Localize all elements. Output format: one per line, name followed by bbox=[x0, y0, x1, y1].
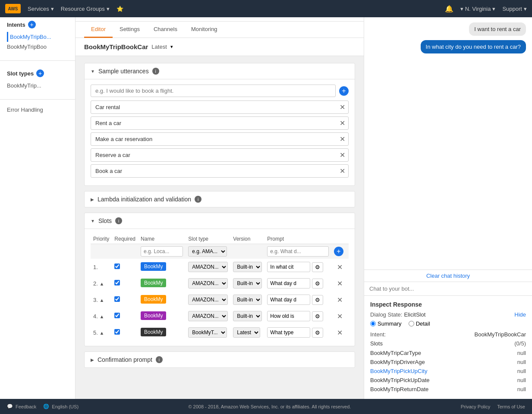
remove-utterance-1-button[interactable]: ✕ bbox=[336, 101, 348, 113]
favorites-nav[interactable]: ⭐ bbox=[116, 6, 123, 12]
terms-link[interactable]: Terms of Use bbox=[497, 404, 525, 409]
lambda-info-icon[interactable]: i bbox=[195, 196, 201, 203]
slot-version-select-1[interactable]: Built-in bbox=[233, 262, 262, 272]
clear-chat-link[interactable]: Clear chat history bbox=[426, 273, 470, 279]
slot-type-select-5[interactable]: BookMyT... bbox=[188, 327, 227, 338]
resource-groups-nav[interactable]: Resource Groups ▾ bbox=[61, 6, 110, 12]
tab-channels[interactable]: Channels bbox=[147, 22, 184, 38]
footer-copyright: © 2008 - 2018, Amazon Web Services, Inc.… bbox=[188, 404, 351, 409]
tab-settings[interactable]: Settings bbox=[113, 22, 147, 38]
slot-version-select-5[interactable]: Latest bbox=[233, 327, 260, 338]
slot-prompt-1-input[interactable] bbox=[267, 262, 310, 272]
slots-section: ▼ Slots i Priority Required Name Slot bbox=[84, 213, 355, 346]
language-link[interactable]: English (US) bbox=[52, 404, 79, 409]
sidebar-item-slot-1[interactable]: BookMyTrip... bbox=[7, 81, 68, 91]
slots-header-row: Priority Required Name Slot type Version… bbox=[91, 234, 349, 244]
slot-prompt-input[interactable] bbox=[267, 246, 329, 257]
confirmation-section-header[interactable]: ▶ Confirmation prompt i bbox=[85, 352, 355, 367]
tab-editor[interactable]: Editor bbox=[84, 22, 113, 38]
utterance-item-1: Car rental ✕ bbox=[91, 100, 349, 114]
slot-up-3[interactable]: ▲ bbox=[99, 298, 104, 303]
slot-inspect-row-2: BookMyTripDriverAge null bbox=[370, 358, 526, 367]
slot-remove-2-button[interactable]: ✕ bbox=[334, 277, 346, 289]
slot-pickup-city-link[interactable]: BookMyTripPickUpCity bbox=[370, 368, 427, 374]
slot-name-input[interactable] bbox=[141, 246, 183, 257]
chat-input[interactable] bbox=[369, 285, 527, 292]
slots-info-icon[interactable]: i bbox=[115, 217, 122, 224]
add-slot-button[interactable]: + bbox=[334, 247, 343, 256]
add-utterance-button[interactable]: + bbox=[339, 86, 349, 96]
slot-prompt-5-input[interactable] bbox=[267, 327, 310, 338]
slot-prompt-2-input[interactable] bbox=[267, 278, 310, 289]
slot-type-select-1[interactable]: AMAZON... bbox=[188, 262, 228, 272]
slot-type-select[interactable]: e.g. AMA... bbox=[188, 246, 227, 257]
inner-layout: ◀ BookMyTrip Latest ▾ Intents + BookMyTr… bbox=[0, 0, 532, 399]
slot-gear-3-button[interactable]: ⚙ bbox=[312, 295, 323, 305]
slots-section-header[interactable]: ▼ Slots i bbox=[85, 213, 355, 229]
hide-link[interactable]: Hide bbox=[514, 311, 526, 318]
utterances-section-header[interactable]: ▼ Sample utterances i bbox=[85, 63, 355, 79]
confirmation-info-icon[interactable]: i bbox=[156, 356, 163, 363]
slot-remove-4-button[interactable]: ✕ bbox=[334, 310, 346, 322]
sidebar-item-intent-1[interactable]: BookMyTripBo... bbox=[7, 32, 68, 42]
slot-required-4-checkbox[interactable] bbox=[114, 313, 120, 318]
slot-prompt-4-input[interactable] bbox=[267, 311, 310, 321]
slot-prompt-3-input[interactable] bbox=[267, 295, 310, 305]
summary-radio-label[interactable]: Summary bbox=[370, 320, 402, 327]
intent-value: BookMyTripBookCar bbox=[475, 331, 526, 338]
lambda-section-header[interactable]: ▶ Lambda initialization and validation i bbox=[85, 191, 355, 207]
summary-radio[interactable] bbox=[370, 321, 376, 326]
slot-name-badge-2[interactable]: BookMy bbox=[141, 279, 166, 287]
slot-remove-5-button[interactable]: ✕ bbox=[334, 326, 346, 339]
slot-up-5[interactable]: ▲ bbox=[99, 330, 104, 336]
slot-gear-4-button[interactable]: ⚙ bbox=[312, 311, 323, 321]
detail-radio[interactable] bbox=[409, 321, 414, 326]
utterances-info-icon[interactable]: i bbox=[152, 68, 159, 75]
tab-monitoring[interactable]: Monitoring bbox=[184, 22, 224, 38]
slot-gear-1-button[interactable]: ⚙ bbox=[312, 262, 323, 272]
add-slot-type-button[interactable]: + bbox=[36, 69, 44, 77]
slot-required-3-checkbox[interactable] bbox=[114, 296, 120, 302]
slot-required-1-checkbox[interactable] bbox=[114, 263, 120, 269]
slot-gear-5-button[interactable]: ⚙ bbox=[312, 328, 323, 338]
remove-utterance-3-button[interactable]: ✕ bbox=[336, 133, 348, 145]
slot-remove-1-button[interactable]: ✕ bbox=[334, 261, 346, 273]
slot-type-select-4[interactable]: AMAZON... bbox=[188, 311, 228, 321]
utterance-input[interactable] bbox=[91, 85, 336, 97]
bell-icon[interactable]: 🔔 bbox=[445, 5, 453, 13]
slot-name-badge-5[interactable]: BookMy bbox=[141, 328, 166, 336]
utterance-item-2: Rent a car ✕ bbox=[91, 116, 349, 130]
region-nav[interactable]: ▾ N. Virginia ▾ bbox=[460, 6, 496, 12]
feedback-icon: 💬 bbox=[7, 404, 13, 409]
slot-version-select-4[interactable]: Built-in bbox=[233, 311, 262, 321]
detail-radio-label[interactable]: Detail bbox=[409, 320, 430, 327]
slot-name-badge-1[interactable]: BookMy bbox=[141, 262, 166, 271]
slot-name-badge-3[interactable]: BookMy bbox=[141, 295, 166, 304]
slot-required-2-checkbox[interactable] bbox=[114, 280, 120, 285]
error-handling-item[interactable]: Error Handling bbox=[0, 103, 75, 116]
slot-row-2: 2. ▲ BookMy bbox=[91, 275, 349, 292]
slot-version-select-3[interactable]: Built-in bbox=[233, 295, 262, 305]
remove-utterance-4-button[interactable]: ✕ bbox=[336, 149, 348, 161]
slot-required-5-checkbox[interactable] bbox=[114, 329, 120, 335]
slot-type-select-3[interactable]: AMAZON... bbox=[188, 295, 228, 305]
slots-inspect-label: Slots bbox=[370, 340, 383, 347]
intents-header: Intents + bbox=[7, 21, 68, 28]
intent-version-chevron[interactable]: ▾ bbox=[170, 44, 173, 50]
slot-version-select-2[interactable]: Built-in bbox=[233, 278, 262, 289]
support-nav[interactable]: Support ▾ bbox=[502, 6, 527, 12]
slot-gear-2-button[interactable]: ⚙ bbox=[312, 279, 323, 289]
slot-type-select-2[interactable]: AMAZON... bbox=[188, 278, 228, 289]
remove-utterance-5-button[interactable]: ✕ bbox=[336, 165, 348, 177]
sidebar-item-intent-2[interactable]: BookMyTripBoo bbox=[7, 42, 68, 52]
slot-up-2[interactable]: ▲ bbox=[99, 281, 104, 286]
slot-remove-3-button[interactable]: ✕ bbox=[334, 294, 346, 306]
slot-name-badge-4[interactable]: BookMy bbox=[141, 311, 166, 320]
inspect-title: Inspect Response bbox=[370, 301, 526, 308]
add-intent-button[interactable]: + bbox=[28, 21, 36, 28]
slot-up-4[interactable]: ▲ bbox=[99, 314, 104, 319]
services-nav[interactable]: Services ▾ bbox=[28, 6, 54, 12]
remove-utterance-2-button[interactable]: ✕ bbox=[336, 117, 348, 129]
privacy-link[interactable]: Privacy Policy bbox=[461, 404, 490, 409]
feedback-link[interactable]: Feedback bbox=[16, 404, 36, 409]
